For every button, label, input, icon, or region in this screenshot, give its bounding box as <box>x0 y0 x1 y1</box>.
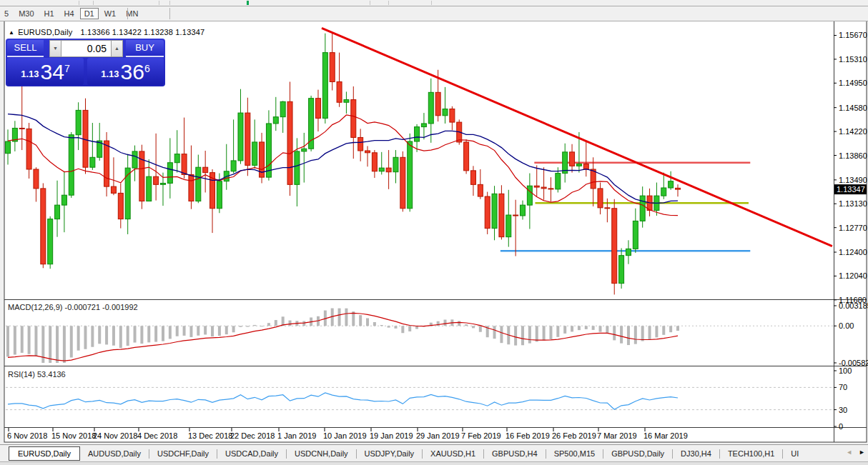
buy-price-sup: 6 <box>144 63 150 74</box>
tab-usdcnh-daily[interactable]: USDCNH,Daily <box>287 446 356 461</box>
rsi-axis-label: 0 <box>839 422 843 431</box>
rsi-axis-label: 30 <box>839 406 847 414</box>
buy-price-big: 36 <box>121 61 144 83</box>
tab-ui[interactable]: UI <box>783 446 807 461</box>
sell-price-sup: 7 <box>64 63 70 74</box>
tf-5[interactable]: 5 <box>0 8 13 19</box>
price-axis-label: 1.13130 <box>839 199 867 208</box>
macd-axis-label: 0.00 <box>839 321 854 330</box>
ohlc-open: 1.13366 <box>81 28 110 36</box>
tab-usdchf-daily[interactable]: USDCHF,Daily <box>149 446 217 461</box>
tab-gbpusd-h4[interactable]: GBPUSD,H4 <box>484 446 546 461</box>
tf-w1[interactable]: W1 <box>100 8 121 19</box>
toolbar-separator <box>431 1 432 5</box>
date-axis-label: 16 Feb 2019 <box>505 431 550 440</box>
tabs-scroll-left-icon[interactable]: ◄ <box>846 449 852 456</box>
price-axis-label: 1.14950 <box>839 79 867 87</box>
tf-d1[interactable]: D1 <box>80 8 99 19</box>
buy-price-prefix: 1.13 <box>101 69 119 79</box>
collapse-arrow-icon[interactable]: ▲ <box>9 29 14 36</box>
date-axis-label: 22 Dec 2018 <box>230 431 275 440</box>
tf-h1[interactable]: H1 <box>40 8 59 19</box>
price-axis-label: 1.15310 <box>839 55 867 64</box>
date-axis-label: 19 Jan 2019 <box>370 431 413 440</box>
sell-price-prefix: 1.13 <box>21 69 39 79</box>
sell-price-big: 34 <box>41 61 64 83</box>
date-axis-label: 6 Nov 2018 <box>7 431 47 440</box>
rsi-title: RSI(14) <box>8 370 35 379</box>
price-axis-label: 1.14220 <box>839 127 867 136</box>
window-bottom-edge <box>0 461 868 465</box>
price-axis-label: 1.13490 <box>839 176 867 184</box>
mt4-window: 1.156701.153101.149501.145801.142201.138… <box>0 0 868 465</box>
buy-button[interactable]: BUY <box>126 40 164 57</box>
macd-value-signal: -0.001992 <box>102 303 138 311</box>
ohlc-high: 1.13422 <box>112 28 142 36</box>
ohlc-close: 1.13347 <box>175 28 204 36</box>
rsi-axis-label: 70 <box>839 383 847 391</box>
date-axis-label: 1 Jan 2019 <box>277 431 316 440</box>
price-axis-label: 1.12400 <box>839 248 867 256</box>
date-axis-label: 10 Jan 2019 <box>323 431 367 440</box>
chart-header: ▲EURUSD,Daily 1.13366 1.13422 1.13238 1.… <box>9 28 204 36</box>
price-axis-label: 1.12770 <box>839 224 867 232</box>
date-axis-label: 15 Nov 2018 <box>51 431 96 440</box>
rsi-label: RSI(14) 53.4136 <box>8 370 66 379</box>
tf-mn[interactable]: MN <box>122 8 142 19</box>
one-click-trading-widget: SELL ▼ ▲ BUY 1.13 34 7 1.13 36 6 <box>6 39 165 86</box>
lot-input[interactable] <box>61 40 111 57</box>
tab-usdjpy-daily[interactable]: USDJPY,Daily <box>357 446 423 461</box>
rsi-value: 53.4136 <box>37 370 66 379</box>
timeframe-bar-separator <box>127 8 128 19</box>
date-axis-label: 4 Dec 2018 <box>137 431 177 440</box>
tab-tech100-h1[interactable]: TECH100,H1 <box>720 446 782 461</box>
price-axis-label: 1.13860 <box>839 151 867 160</box>
tab-eurusd-daily[interactable]: EURUSD,Daily <box>9 446 80 461</box>
tab-gbpusd-daily[interactable]: GBPUSD,Daily <box>603 446 672 461</box>
tabs-scroll-right-icon[interactable]: ► <box>859 449 865 456</box>
tab-xauusd-h1[interactable]: XAUUSD,H1 <box>423 446 483 461</box>
price-axis-label: 1.12040 <box>839 271 867 280</box>
date-axis-label: 7 Mar 2019 <box>597 431 637 440</box>
toolbar-strip <box>0 0 868 6</box>
lot-increase-button[interactable]: ▲ <box>111 40 123 57</box>
tab-dj30-h4[interactable]: DJ30,H4 <box>673 446 719 461</box>
toolbar-separator <box>159 1 159 5</box>
lot-decrease-button[interactable]: ▼ <box>49 40 61 57</box>
chart-title: EURUSD,Daily <box>18 28 72 36</box>
toolbar-separator <box>169 1 170 5</box>
date-axis-label: 13 Dec 2018 <box>188 431 232 440</box>
rsi-axis-label: 100 <box>839 366 852 375</box>
date-axis-label: 26 Feb 2019 <box>552 431 596 440</box>
date-axis-label: 7 Feb 2019 <box>461 431 501 440</box>
price-axis-label: 1.15670 <box>839 31 867 39</box>
date-axis-label: 29 Jan 2019 <box>416 431 460 440</box>
buy-marker-icon <box>247 1 249 5</box>
buy-price[interactable]: 1.13 36 6 <box>87 58 164 85</box>
tf-m30[interactable]: M30 <box>14 8 38 19</box>
toolbar-separator <box>93 1 94 5</box>
price-axis-label: 1.14580 <box>839 104 867 112</box>
tab-sp500-m15[interactable]: SP500,M15 <box>546 446 603 461</box>
timeframe-bar-separator <box>169 8 170 19</box>
sell-price[interactable]: 1.13 34 7 <box>7 58 84 85</box>
tab-usdcad-daily[interactable]: USDCAD,Daily <box>217 446 286 461</box>
date-axis-label: 24 Nov 2018 <box>93 431 137 440</box>
tab-audusd-daily[interactable]: AUDUSD,Daily <box>80 446 149 461</box>
macd-value-main: -0.000721 <box>64 303 100 311</box>
sell-button[interactable]: SELL <box>7 40 44 57</box>
macd-axis-label: 0.003185 <box>839 301 868 310</box>
macd-label: MACD(12,26,9) -0.000721 -0.001992 <box>8 303 138 311</box>
toolbar-separator <box>388 1 389 5</box>
date-axis-label: 16 Mar 2019 <box>643 431 688 440</box>
chart-tabs-bar: EURUSD,DailyAUDUSD,DailyUSDCHF,DailyUSDC… <box>0 444 868 462</box>
toolbar-separator <box>370 1 370 5</box>
macd-title: MACD(12,26,9) <box>8 303 62 311</box>
ohlc-low: 1.13238 <box>144 28 173 36</box>
tf-h4[interactable]: H4 <box>60 8 79 19</box>
timeframe-bar: 5M30H1H4D1W1MN <box>0 6 868 21</box>
toolbar-separator <box>79 1 79 5</box>
current-price-label: 1.13347 <box>837 185 865 194</box>
